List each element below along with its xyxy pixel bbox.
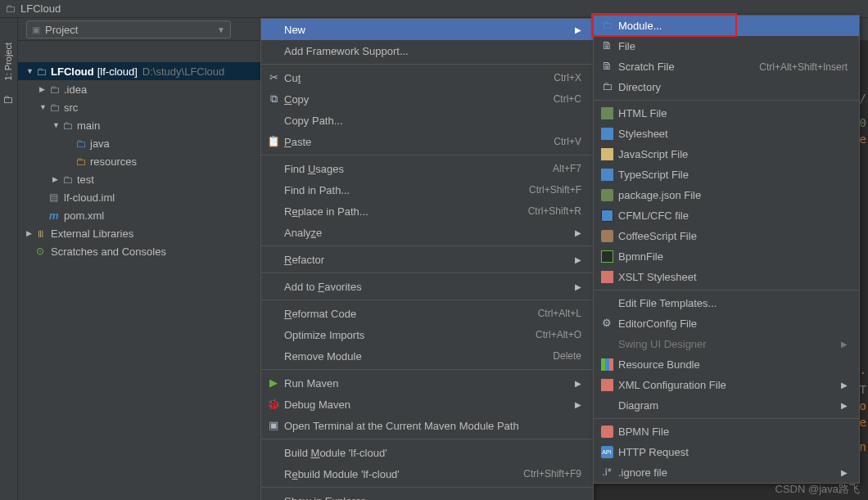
- js-icon: [600, 147, 613, 160]
- folder-icon: 🗀: [62, 173, 77, 186]
- menu-item[interactable]: Stylesheet: [594, 124, 859, 144]
- menu-item[interactable]: 🗀Directory: [594, 77, 859, 97]
- menu-item[interactable]: Analyze▶: [261, 222, 593, 243]
- menu-item[interactable]: Find in Path...Ctrl+Shift+F: [261, 179, 593, 200]
- menu-item[interactable]: package.json File: [594, 185, 859, 205]
- project-tree[interactable]: ▼ 🗀 LFCloud [lf-cloud] D:\study\LFCloud …: [18, 41, 260, 500]
- side-tab-project[interactable]: 1: Project: [3, 43, 13, 80]
- menu-item[interactable]: Find UsagesAlt+F7: [261, 158, 593, 179]
- copy-icon: ⧉: [267, 92, 280, 106]
- menu-item[interactable]: HTML File: [594, 103, 859, 124]
- dropdown-label: Project: [45, 24, 78, 36]
- menu-item[interactable]: Optimize ImportsCtrl+Alt+O: [261, 324, 593, 345]
- context-menu[interactable]: New▶Add Framework Support...✂CutCtrl+X⧉C…: [260, 18, 594, 500]
- menu-item[interactable]: BpmnFile: [594, 246, 859, 267]
- menu-label: Edit File Templates...: [618, 297, 848, 309]
- code-fragment: n: [860, 440, 866, 453]
- expand-icon[interactable]: ▶: [39, 85, 49, 93]
- menu-item[interactable]: Remove ModuleDelete: [261, 345, 593, 367]
- menu-item[interactable]: ✂CutCtrl+X: [261, 67, 593, 88]
- cfc-icon: [600, 209, 613, 222]
- project-view-dropdown[interactable]: ▣ Project ▼: [26, 20, 231, 38]
- expand-icon[interactable]: ▼: [39, 103, 49, 111]
- menu-item[interactable]: Rebuild Module 'lf-cloud'Ctrl+Shift+F9: [261, 463, 593, 484]
- menu-item[interactable]: Show in Explorer: [261, 490, 593, 500]
- menu-label: Open Terminal at the Current Maven Modul…: [284, 420, 581, 432]
- menu-label: Diagram: [618, 399, 841, 412]
- expand-icon[interactable]: ▼: [52, 121, 62, 129]
- menu-item[interactable]: 🗎File: [594, 36, 859, 56]
- code-fragment: e: [860, 133, 866, 146]
- expand-icon[interactable]: ▼: [26, 67, 36, 75]
- folder-icon: 🗀: [75, 155, 90, 168]
- bpmn2-icon: [600, 425, 613, 438]
- menu-item[interactable]: Copy Path...: [261, 110, 593, 131]
- menu-label: HTML File: [618, 107, 848, 119]
- tree-item[interactable]: ▶🗀.idea: [18, 80, 260, 98]
- expand-icon[interactable]: ▶: [26, 229, 36, 237]
- tree-item[interactable]: ▶🗀resources: [18, 152, 260, 170]
- menu-item[interactable]: 📋PasteCtrl+V: [261, 131, 593, 152]
- menu-item[interactable]: Resource Bundle: [594, 354, 859, 375]
- menu-item[interactable]: 🗀Module...: [594, 16, 859, 36]
- folder-icon: 🗀: [600, 80, 613, 92]
- shortcut-label: Ctrl+Alt+O: [536, 329, 581, 340]
- tree-item[interactable]: ▶▤lf-cloud.iml: [18, 188, 260, 206]
- menu-item[interactable]: ⚙EditorConfig File: [594, 313, 859, 334]
- shortcut-label: Ctrl+V: [554, 136, 581, 147]
- menu-item[interactable]: ⧉CopyCtrl+C: [261, 88, 593, 110]
- submenu-arrow-icon: ▶: [575, 282, 581, 291]
- menu-item[interactable]: JavaScript File: [594, 144, 859, 164]
- menu-item[interactable]: Reformat CodeCtrl+Alt+L: [261, 303, 593, 324]
- menu-item[interactable]: Replace in Path...Ctrl+Shift+R: [261, 200, 593, 222]
- tree-item[interactable]: ▼🗀main: [18, 116, 260, 134]
- tree-root[interactable]: ▼ 🗀 LFCloud [lf-cloud] D:\study\LFCloud: [18, 62, 260, 80]
- menu-item[interactable]: 🐞Debug Maven▶: [261, 394, 593, 415]
- debug-icon: 🐞: [267, 398, 280, 410]
- menu-item[interactable]: TypeScript File: [594, 164, 859, 185]
- menu-label: Rebuild Module 'lf-cloud': [284, 468, 523, 480]
- code-fragment: T: [860, 383, 866, 396]
- menu-item[interactable]: XML Configuration File▶: [594, 375, 859, 395]
- menu-separator: [261, 245, 593, 246]
- menu-label: Module...: [618, 20, 848, 32]
- menu-separator: [261, 64, 593, 65]
- submenu-arrow-icon: ▶: [575, 255, 581, 264]
- tree-scratches[interactable]: ▶⊙Scratches and Consoles: [18, 242, 260, 260]
- menu-item[interactable]: Edit File Templates...: [594, 293, 859, 313]
- menu-item[interactable]: Swing UI Designer▶: [594, 334, 859, 354]
- menu-item[interactable]: Diagram▶: [594, 395, 859, 416]
- menu-label: JavaScript File: [618, 148, 848, 160]
- new-submenu[interactable]: 🗀Module...🗎File🗎Scratch FileCtrl+Alt+Shi…: [593, 15, 860, 484]
- expand-icon[interactable]: ▶: [52, 175, 62, 183]
- menu-label: Build Module 'lf-cloud': [284, 447, 581, 459]
- menu-item[interactable]: XSLT Stylesheet: [594, 267, 859, 287]
- menu-item[interactable]: Add to Favorites▶: [261, 276, 593, 297]
- menu-item[interactable]: BPMN File: [594, 421, 859, 442]
- menu-item[interactable]: CoffeeScript File: [594, 226, 859, 246]
- tree-item[interactable]: ▶🗀test: [18, 170, 260, 188]
- tree-item[interactable]: ▼🗀src: [18, 98, 260, 116]
- submenu-arrow-icon: ▶: [841, 401, 848, 410]
- menu-item[interactable]: Add Framework Support...: [261, 40, 593, 61]
- menu-item[interactable]: 🗎Scratch FileCtrl+Alt+Shift+Insert: [594, 56, 859, 77]
- tree-label: pom.xml: [64, 209, 104, 222]
- tree-item[interactable]: ▶🗀java: [18, 134, 260, 152]
- menu-item[interactable]: CFML/CFC file: [594, 205, 859, 226]
- menu-label: Find in Path...: [284, 184, 529, 196]
- menu-item[interactable]: Build Module 'lf-cloud': [261, 442, 593, 463]
- tree-external-libraries[interactable]: ▶⫼External Libraries: [18, 224, 260, 242]
- menu-label: Directory: [618, 81, 848, 93]
- menu-item[interactable]: APIHTTP Request: [594, 442, 859, 462]
- menu-item[interactable]: Refactor▶: [261, 249, 593, 270]
- menu-item[interactable]: ▣Open Terminal at the Current Maven Modu…: [261, 415, 593, 436]
- shortcut-label: Ctrl+X: [554, 72, 581, 83]
- tree-item[interactable]: ▶mpom.xml: [18, 206, 260, 224]
- file-icon[interactable]: 🗀: [2, 93, 13, 106]
- tree-label: test: [77, 173, 94, 186]
- menu-item[interactable]: ▶Run Maven▶: [261, 372, 593, 394]
- menu-label: Add Framework Support...: [284, 45, 581, 57]
- menu-item[interactable]: .i*.ignore file▶: [594, 462, 859, 483]
- side-tab-bar[interactable]: 1: Project 🗀: [0, 18, 18, 500]
- menu-item[interactable]: New▶: [261, 19, 593, 40]
